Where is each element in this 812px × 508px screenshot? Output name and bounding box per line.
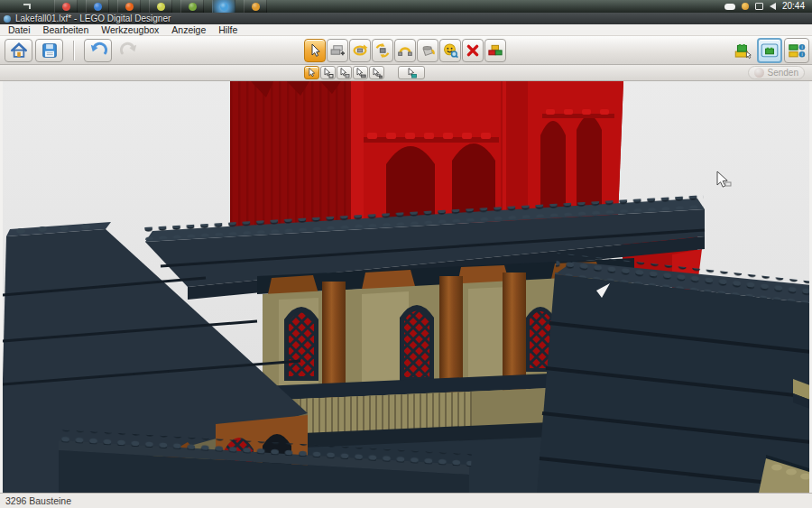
select-same-shape-color-icon	[372, 68, 383, 79]
sub-toolbar: Senden	[0, 65, 812, 81]
redo-button[interactable]	[115, 39, 143, 62]
paint-bucket-icon	[420, 42, 436, 59]
brick-count: 3296 Bausteine	[0, 495, 71, 506]
tool-select-button[interactable]	[304, 39, 326, 62]
select-arrow-icon	[308, 43, 322, 58]
taskbar-app-browser-2-icon	[94, 3, 102, 11]
send-button[interactable]: Senden	[748, 66, 805, 79]
taskbar-corner-arrow-icon[interactable]	[23, 4, 31, 9]
tool-flex-button[interactable]	[394, 39, 416, 62]
taskbar-app-ldd[interactable]	[212, 0, 235, 13]
taskbar-app-5[interactable]	[180, 0, 204, 13]
clock[interactable]: 20:44	[782, 0, 807, 13]
globe-icon	[754, 68, 764, 78]
taskbar-app-5-icon	[189, 3, 197, 11]
tool-hinge-button[interactable]	[349, 39, 371, 62]
select-single-button[interactable]	[304, 66, 319, 79]
right-roof[interactable]	[537, 253, 809, 493]
flex-icon	[397, 42, 413, 59]
save-icon	[41, 42, 59, 60]
taskbar-app-browser-3-icon	[125, 3, 134, 11]
undo-button[interactable]	[84, 39, 112, 62]
taskbar-app-4-icon	[157, 3, 165, 11]
taskbar-app-7[interactable]	[244, 0, 267, 13]
tool-paint-button[interactable]	[417, 39, 438, 62]
tray-toggle-icon[interactable]	[724, 4, 735, 10]
taskbar-app-browser-1[interactable]	[54, 0, 78, 13]
system-tray: 20:44	[724, 0, 807, 13]
tool-color-bricks-button[interactable]	[484, 39, 506, 62]
network-icon[interactable]	[755, 3, 763, 10]
hinge-icon	[352, 42, 368, 59]
view-mode-icon	[760, 42, 780, 60]
menu-item-hilfe[interactable]: Hilfe	[212, 24, 244, 36]
clone-icon	[329, 42, 346, 59]
tray-app-icon[interactable]	[742, 3, 749, 10]
taskbar-app-browser-2[interactable]	[86, 0, 109, 13]
mode-build-button[interactable]	[730, 38, 755, 63]
home-button[interactable]	[5, 39, 32, 62]
taskbar-app-ldd-icon	[220, 3, 228, 11]
taskbar-app-7-icon	[252, 3, 260, 11]
menu-item-werkzeugbox[interactable]: Werkzeugbox	[95, 24, 165, 36]
select-inverse-button[interactable]	[398, 66, 425, 79]
app-icon	[4, 15, 11, 23]
select-same-color-button[interactable]	[337, 66, 352, 79]
redo-icon	[120, 42, 138, 60]
select-connected-icon	[323, 68, 334, 79]
menu-item-bearbeiten[interactable]: Bearbeiten	[37, 24, 96, 36]
menu-item-anzeige[interactable]: Anzeige	[165, 24, 212, 36]
select-same-shape-icon	[355, 68, 366, 79]
viewport	[0, 81, 812, 493]
menu-bar: DateiBearbeitenWerkzeugboxAnzeigeHilfe	[0, 24, 812, 36]
menu-item-datei[interactable]: Datei	[2, 24, 37, 36]
select-inverse-icon	[405, 68, 418, 79]
hinge-align-icon	[374, 42, 391, 59]
delete-x-icon	[466, 43, 480, 58]
tool-clone-button[interactable]	[327, 39, 348, 62]
toolbar-separator	[73, 41, 74, 60]
window-title: Lakefall01.lxf* - LEGO Digital Designer	[15, 13, 171, 24]
3d-viewport-canvas[interactable]	[3, 81, 809, 493]
volume-icon[interactable]	[770, 3, 776, 10]
build-mode-icon	[733, 42, 752, 60]
os-taskbar: 20:44	[0, 0, 812, 13]
tool-hinge-align-button[interactable]	[372, 39, 393, 62]
taskbar-app-4[interactable]	[149, 0, 172, 13]
svg-text:i: i	[801, 51, 802, 57]
mode-view-button[interactable]	[757, 38, 782, 63]
window-titlebar: Lakefall01.lxf* - LEGO Digital Designer	[0, 13, 812, 24]
taskbar-app-browser-1-icon	[62, 3, 70, 11]
select-connected-button[interactable]	[320, 66, 336, 79]
undo-icon	[89, 42, 107, 60]
taskbar-app-browser-3[interactable]	[117, 0, 141, 13]
main-toolbar: i i	[0, 36, 812, 65]
home-icon	[10, 42, 28, 60]
select-single-icon	[307, 68, 317, 78]
svg-text:i: i	[801, 44, 802, 50]
select-same-shape-button[interactable]	[353, 66, 368, 79]
select-same-color-icon	[339, 68, 350, 79]
color-bricks-icon	[487, 42, 503, 59]
minifig-head-icon	[442, 42, 458, 59]
send-label: Senden	[768, 68, 798, 78]
select-same-shape-color-button[interactable]	[369, 66, 384, 79]
save-button[interactable]	[35, 39, 63, 62]
tool-delete-button[interactable]	[462, 39, 484, 62]
taskbar-app-list	[54, 0, 267, 13]
tool-hide-button[interactable]	[439, 39, 461, 62]
status-bar: 3296 Bausteine	[0, 493, 812, 508]
mode-building-guide-button[interactable]: i i	[784, 38, 809, 63]
building-guide-mode-icon: i i	[787, 42, 807, 60]
